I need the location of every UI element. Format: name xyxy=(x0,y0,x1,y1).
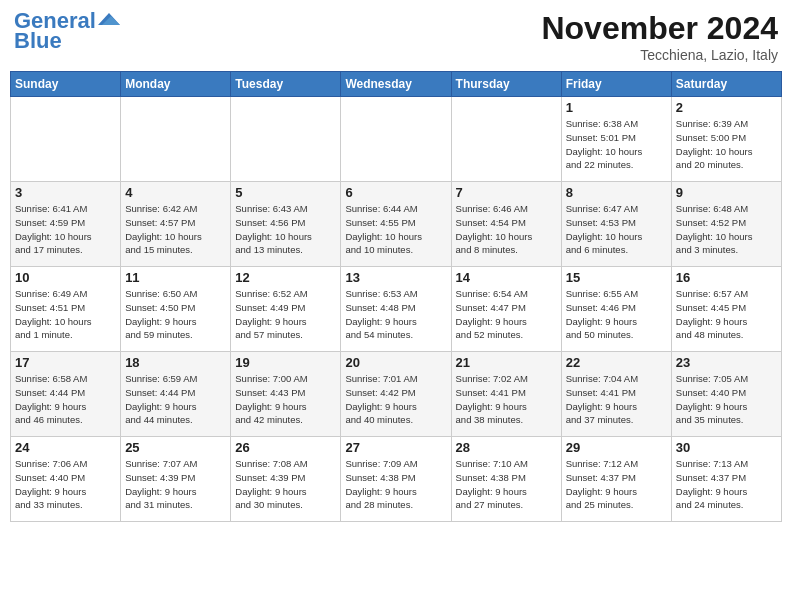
day-number: 18 xyxy=(125,355,226,370)
day-info: Sunrise: 6:47 AMSunset: 4:53 PMDaylight:… xyxy=(566,202,667,257)
day-number: 17 xyxy=(15,355,116,370)
day-number: 9 xyxy=(676,185,777,200)
day-number: 26 xyxy=(235,440,336,455)
week-row-4: 17Sunrise: 6:58 AMSunset: 4:44 PMDayligh… xyxy=(11,352,782,437)
calendar-cell: 30Sunrise: 7:13 AMSunset: 4:37 PMDayligh… xyxy=(671,437,781,522)
day-number: 25 xyxy=(125,440,226,455)
day-number: 21 xyxy=(456,355,557,370)
weekday-header-tuesday: Tuesday xyxy=(231,72,341,97)
weekday-header-wednesday: Wednesday xyxy=(341,72,451,97)
month-title: November 2024 xyxy=(541,10,778,47)
calendar-cell: 6Sunrise: 6:44 AMSunset: 4:55 PMDaylight… xyxy=(341,182,451,267)
day-info: Sunrise: 6:58 AMSunset: 4:44 PMDaylight:… xyxy=(15,372,116,427)
calendar-cell: 16Sunrise: 6:57 AMSunset: 4:45 PMDayligh… xyxy=(671,267,781,352)
day-number: 3 xyxy=(15,185,116,200)
day-info: Sunrise: 7:02 AMSunset: 4:41 PMDaylight:… xyxy=(456,372,557,427)
day-info: Sunrise: 6:53 AMSunset: 4:48 PMDaylight:… xyxy=(345,287,446,342)
day-info: Sunrise: 6:55 AMSunset: 4:46 PMDaylight:… xyxy=(566,287,667,342)
calendar-cell: 7Sunrise: 6:46 AMSunset: 4:54 PMDaylight… xyxy=(451,182,561,267)
week-row-2: 3Sunrise: 6:41 AMSunset: 4:59 PMDaylight… xyxy=(11,182,782,267)
day-info: Sunrise: 7:07 AMSunset: 4:39 PMDaylight:… xyxy=(125,457,226,512)
calendar-cell: 1Sunrise: 6:38 AMSunset: 5:01 PMDaylight… xyxy=(561,97,671,182)
calendar-cell: 3Sunrise: 6:41 AMSunset: 4:59 PMDaylight… xyxy=(11,182,121,267)
calendar-cell: 12Sunrise: 6:52 AMSunset: 4:49 PMDayligh… xyxy=(231,267,341,352)
calendar-cell: 28Sunrise: 7:10 AMSunset: 4:38 PMDayligh… xyxy=(451,437,561,522)
day-number: 8 xyxy=(566,185,667,200)
calendar-cell: 23Sunrise: 7:05 AMSunset: 4:40 PMDayligh… xyxy=(671,352,781,437)
day-info: Sunrise: 7:04 AMSunset: 4:41 PMDaylight:… xyxy=(566,372,667,427)
day-number: 14 xyxy=(456,270,557,285)
day-number: 24 xyxy=(15,440,116,455)
page-header: General Blue November 2024 Tecchiena, La… xyxy=(10,10,782,63)
weekday-header-friday: Friday xyxy=(561,72,671,97)
week-row-5: 24Sunrise: 7:06 AMSunset: 4:40 PMDayligh… xyxy=(11,437,782,522)
title-block: November 2024 Tecchiena, Lazio, Italy xyxy=(541,10,778,63)
day-info: Sunrise: 6:49 AMSunset: 4:51 PMDaylight:… xyxy=(15,287,116,342)
calendar-cell: 14Sunrise: 6:54 AMSunset: 4:47 PMDayligh… xyxy=(451,267,561,352)
day-info: Sunrise: 7:12 AMSunset: 4:37 PMDaylight:… xyxy=(566,457,667,512)
day-info: Sunrise: 7:05 AMSunset: 4:40 PMDaylight:… xyxy=(676,372,777,427)
calendar-cell: 10Sunrise: 6:49 AMSunset: 4:51 PMDayligh… xyxy=(11,267,121,352)
week-row-3: 10Sunrise: 6:49 AMSunset: 4:51 PMDayligh… xyxy=(11,267,782,352)
day-info: Sunrise: 7:13 AMSunset: 4:37 PMDaylight:… xyxy=(676,457,777,512)
day-info: Sunrise: 7:01 AMSunset: 4:42 PMDaylight:… xyxy=(345,372,446,427)
day-number: 23 xyxy=(676,355,777,370)
calendar-cell xyxy=(231,97,341,182)
day-info: Sunrise: 6:43 AMSunset: 4:56 PMDaylight:… xyxy=(235,202,336,257)
weekday-header-thursday: Thursday xyxy=(451,72,561,97)
day-info: Sunrise: 6:52 AMSunset: 4:49 PMDaylight:… xyxy=(235,287,336,342)
day-number: 30 xyxy=(676,440,777,455)
day-info: Sunrise: 6:46 AMSunset: 4:54 PMDaylight:… xyxy=(456,202,557,257)
day-number: 20 xyxy=(345,355,446,370)
calendar-cell: 18Sunrise: 6:59 AMSunset: 4:44 PMDayligh… xyxy=(121,352,231,437)
calendar-cell: 11Sunrise: 6:50 AMSunset: 4:50 PMDayligh… xyxy=(121,267,231,352)
logo-blue: Blue xyxy=(14,30,62,52)
day-number: 28 xyxy=(456,440,557,455)
day-info: Sunrise: 7:00 AMSunset: 4:43 PMDaylight:… xyxy=(235,372,336,427)
calendar-cell: 17Sunrise: 6:58 AMSunset: 4:44 PMDayligh… xyxy=(11,352,121,437)
day-number: 2 xyxy=(676,100,777,115)
day-number: 10 xyxy=(15,270,116,285)
logo: General Blue xyxy=(14,10,120,52)
day-info: Sunrise: 7:09 AMSunset: 4:38 PMDaylight:… xyxy=(345,457,446,512)
day-number: 27 xyxy=(345,440,446,455)
calendar-cell: 15Sunrise: 6:55 AMSunset: 4:46 PMDayligh… xyxy=(561,267,671,352)
day-info: Sunrise: 6:42 AMSunset: 4:57 PMDaylight:… xyxy=(125,202,226,257)
day-info: Sunrise: 7:10 AMSunset: 4:38 PMDaylight:… xyxy=(456,457,557,512)
calendar-table: SundayMondayTuesdayWednesdayThursdayFrid… xyxy=(10,71,782,522)
day-number: 11 xyxy=(125,270,226,285)
day-number: 12 xyxy=(235,270,336,285)
calendar-cell: 29Sunrise: 7:12 AMSunset: 4:37 PMDayligh… xyxy=(561,437,671,522)
day-info: Sunrise: 6:48 AMSunset: 4:52 PMDaylight:… xyxy=(676,202,777,257)
calendar-cell: 24Sunrise: 7:06 AMSunset: 4:40 PMDayligh… xyxy=(11,437,121,522)
weekday-header-row: SundayMondayTuesdayWednesdayThursdayFrid… xyxy=(11,72,782,97)
calendar-cell: 26Sunrise: 7:08 AMSunset: 4:39 PMDayligh… xyxy=(231,437,341,522)
calendar-cell: 20Sunrise: 7:01 AMSunset: 4:42 PMDayligh… xyxy=(341,352,451,437)
day-number: 5 xyxy=(235,185,336,200)
day-info: Sunrise: 6:59 AMSunset: 4:44 PMDaylight:… xyxy=(125,372,226,427)
day-number: 15 xyxy=(566,270,667,285)
weekday-header-monday: Monday xyxy=(121,72,231,97)
calendar-cell xyxy=(341,97,451,182)
calendar-cell: 21Sunrise: 7:02 AMSunset: 4:41 PMDayligh… xyxy=(451,352,561,437)
day-info: Sunrise: 6:57 AMSunset: 4:45 PMDaylight:… xyxy=(676,287,777,342)
calendar-cell: 25Sunrise: 7:07 AMSunset: 4:39 PMDayligh… xyxy=(121,437,231,522)
day-info: Sunrise: 6:54 AMSunset: 4:47 PMDaylight:… xyxy=(456,287,557,342)
day-info: Sunrise: 6:50 AMSunset: 4:50 PMDaylight:… xyxy=(125,287,226,342)
day-number: 1 xyxy=(566,100,667,115)
day-info: Sunrise: 6:39 AMSunset: 5:00 PMDaylight:… xyxy=(676,117,777,172)
day-number: 4 xyxy=(125,185,226,200)
logo-icon xyxy=(98,11,120,27)
day-number: 29 xyxy=(566,440,667,455)
calendar-cell: 13Sunrise: 6:53 AMSunset: 4:48 PMDayligh… xyxy=(341,267,451,352)
weekday-header-sunday: Sunday xyxy=(11,72,121,97)
calendar-cell: 8Sunrise: 6:47 AMSunset: 4:53 PMDaylight… xyxy=(561,182,671,267)
day-info: Sunrise: 6:44 AMSunset: 4:55 PMDaylight:… xyxy=(345,202,446,257)
calendar-cell: 19Sunrise: 7:00 AMSunset: 4:43 PMDayligh… xyxy=(231,352,341,437)
calendar-cell: 27Sunrise: 7:09 AMSunset: 4:38 PMDayligh… xyxy=(341,437,451,522)
day-number: 7 xyxy=(456,185,557,200)
calendar-cell xyxy=(451,97,561,182)
calendar-cell xyxy=(121,97,231,182)
day-number: 6 xyxy=(345,185,446,200)
day-number: 16 xyxy=(676,270,777,285)
